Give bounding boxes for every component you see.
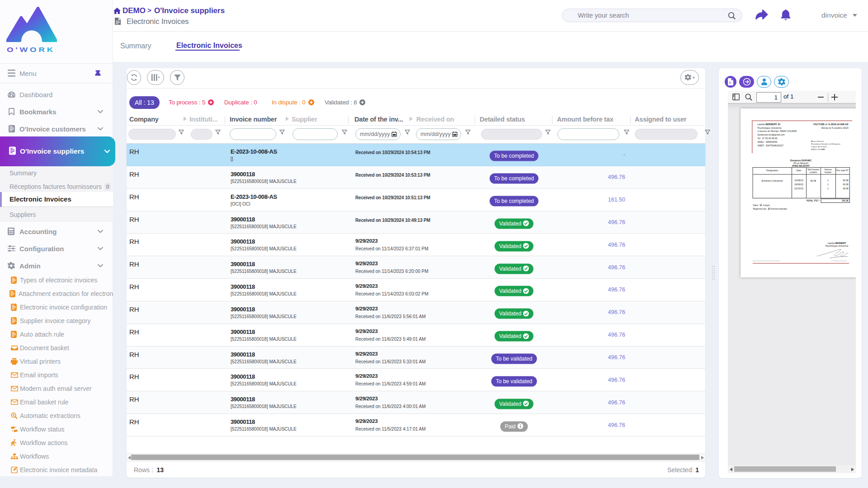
svg-text:O'WORK: O'WORK bbox=[7, 46, 55, 53]
